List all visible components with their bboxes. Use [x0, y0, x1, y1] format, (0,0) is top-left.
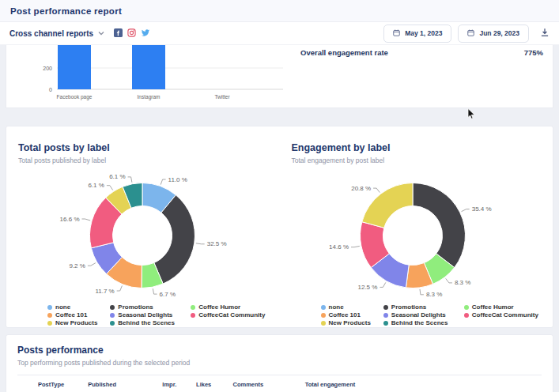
channels-bar-chart: 0200Facebook pageInstagramTwitter [6, 45, 289, 107]
legend-dot-icon [464, 305, 469, 310]
date-from-button[interactable]: May 1, 2023 [383, 24, 451, 43]
total-posts-donut-chart: 11.0 %32.5 %6.7 %11.7 %9.2 %16.6 %6.1 %6… [6, 169, 280, 302]
legend-item-coffee-humor[interactable]: Coffee Humor [191, 303, 265, 311]
column-header-type[interactable]: Type [51, 381, 88, 388]
calendar-icon [467, 29, 474, 38]
bar-facebook-page[interactable] [58, 45, 91, 89]
panel-subtitle: Total posts published by label [6, 156, 280, 164]
channel-icons [114, 26, 150, 40]
legend-item-coffeecat-community[interactable]: CoffeeCat Community [191, 311, 265, 318]
date-from-value: May 1, 2023 [405, 29, 442, 37]
legend-item-promotions[interactable]: Promotions [110, 303, 178, 311]
report-selector[interactable]: Cross channel reports [9, 29, 104, 38]
donut-percentage-label: 35.4 % [471, 205, 491, 213]
overall-engagement-value: 775% [524, 48, 543, 57]
legend-item-seasonal-delights[interactable]: Seasonal Delights [110, 311, 178, 318]
donut-percentage-label: 14.6 % [329, 243, 349, 251]
legend-item-coffee-101[interactable]: Coffee 101 [321, 311, 371, 318]
legend-label: Coffee Humor [472, 303, 514, 311]
download-icon [540, 28, 550, 40]
column-header-impressions[interactable]: Impr. [149, 381, 176, 388]
legend-dot-icon [383, 321, 388, 326]
app-header: Post performance report [0, 0, 559, 22]
legend-item-behind-the-scenes[interactable]: Behind the Scenes [383, 319, 451, 326]
legend-label: none [55, 303, 70, 311]
panel-title: Total posts by label [6, 142, 280, 153]
legend-item-new-products[interactable]: New Products [47, 319, 97, 326]
channels-overview-card: 0200Facebook pageInstagramTwitter Overal… [6, 45, 553, 108]
legend-label: Coffee 101 [329, 311, 361, 318]
y-axis-tick: 0 [49, 87, 52, 92]
legend-item-seasonal-delights[interactable]: Seasonal Delights [383, 311, 451, 318]
posts-performance-card: Posts performance Top performing posts p… [6, 334, 553, 392]
legend-label: New Products [329, 319, 371, 326]
donut-percentage-label: 16.6 % [60, 216, 80, 223]
legend-label: Promotions [118, 303, 153, 311]
legend-dot-icon [321, 305, 326, 310]
donut-percentage-label: 9.2 % [69, 262, 85, 270]
date-range-controls: May 1, 2023 Jun 29, 2023 [383, 24, 550, 43]
date-to-value: Jun 29, 2023 [479, 29, 519, 37]
legend-label: Coffee 101 [55, 311, 87, 318]
twitter-icon [141, 26, 150, 40]
column-header-likes[interactable]: Likes [187, 381, 211, 388]
donut-percentage-label: 11.7 % [95, 288, 114, 295]
legend-dot-icon [191, 305, 195, 310]
overall-engagement-row: Overall engagement rate 775% [289, 45, 553, 107]
donut-percentage-label: 12.5 % [357, 284, 377, 291]
legend-item-behind-the-scenes[interactable]: Behind the Scenes [110, 319, 178, 326]
calendar-icon [393, 29, 400, 38]
donut-segment-promotions[interactable] [413, 183, 465, 268]
column-header-post[interactable]: Post [17, 381, 51, 388]
labels-charts-card: Total posts by label Total posts publish… [6, 126, 553, 328]
panel-subtitle: Total engagement by post label [280, 156, 553, 164]
y-axis-tick: 200 [43, 66, 52, 71]
chart-legend: noneCoffee 101New ProductsPromotionsSeas… [280, 303, 553, 326]
legend-item-none[interactable]: none [47, 303, 97, 311]
legend-label: Promotions [391, 303, 426, 311]
legend-dot-icon [321, 313, 326, 318]
column-header-published[interactable]: Published [88, 381, 149, 388]
donut-percentage-label: 6.1 % [88, 182, 104, 189]
donut-percentage-label: 6.1 % [109, 173, 125, 180]
legend-label: CoffeeCat Community [198, 311, 265, 318]
legend-label: Seasonal Delights [118, 311, 172, 318]
instagram-icon [127, 26, 136, 40]
bar-instagram[interactable] [132, 45, 165, 89]
donut-percentage-label: 8.3 % [425, 291, 441, 298]
chevron-down-icon [98, 31, 104, 36]
legend-item-coffeecat-community[interactable]: CoffeeCat Community [464, 311, 538, 318]
legend-item-coffee-humor[interactable]: Coffee Humor [464, 303, 538, 311]
legend-dot-icon [321, 321, 326, 326]
legend-item-coffee-101[interactable]: Coffee 101 [47, 311, 97, 318]
legend-item-new-products[interactable]: New Products [321, 319, 371, 326]
legend-label: Seasonal Delights [391, 311, 446, 318]
column-header-total-engagement[interactable]: Total engagement [282, 381, 355, 388]
posts-performance-title: Posts performance [17, 345, 542, 356]
legend-dot-icon [110, 313, 115, 318]
page-title: Post performance report [10, 6, 122, 16]
legend-dot-icon [383, 305, 388, 310]
column-header-comments[interactable]: Comments [222, 381, 263, 388]
legend-label: Coffee Humor [198, 303, 240, 311]
x-axis-label: Instagram [138, 94, 161, 100]
total-posts-by-label-panel: Total posts by label Total posts publish… [6, 126, 280, 327]
donut-percentage-label: 11.0 % [168, 176, 187, 183]
legend-dot-icon [191, 313, 195, 318]
x-axis-label: Facebook page [57, 94, 93, 100]
legend-item-promotions[interactable]: Promotions [383, 303, 451, 311]
engagement-by-label-panel: Engagement by label Total engagement by … [280, 126, 553, 327]
legend-item-none[interactable]: none [321, 303, 371, 311]
engagement-donut-chart: 35.4 %8.3 %8.3 %12.5 %14.6 %20.8 % [280, 169, 553, 302]
legend-label: Behind the Scenes [118, 319, 175, 326]
legend-dot-icon [47, 321, 52, 326]
legend-dot-icon [47, 305, 52, 310]
x-axis-label: Twitter [214, 94, 230, 100]
overall-engagement-label: Overall engagement rate [300, 48, 388, 57]
chart-legend: noneCoffee 101New ProductsPromotionsSeas… [6, 303, 280, 326]
report-selector-label: Cross channel reports [9, 29, 93, 38]
legend-dot-icon [110, 305, 115, 310]
download-report-button[interactable] [540, 28, 550, 40]
date-to-button[interactable]: Jun 29, 2023 [458, 24, 529, 43]
donut-percentage-label: 32.5 % [207, 240, 227, 247]
